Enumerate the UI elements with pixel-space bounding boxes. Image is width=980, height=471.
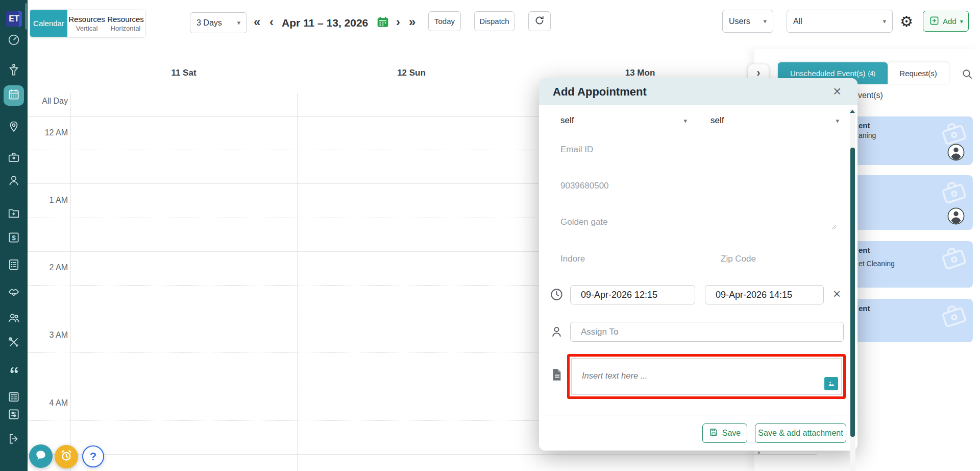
add-button-label: Add: [943, 17, 957, 26]
sidebar-item-calendar[interactable]: [4, 85, 24, 106]
today-button[interactable]: Today: [428, 11, 461, 31]
assignee-avatar[interactable]: [947, 144, 965, 161]
sidebar-item-reports[interactable]: [7, 390, 20, 404]
time-label: 2 AM: [27, 263, 68, 272]
app-root: ET $ Calendar Resources Vertical Resourc…: [0, 0, 980, 471]
time-label: 4 AM: [27, 398, 68, 408]
sidebar-item-team[interactable]: [7, 311, 20, 324]
chat-button[interactable]: [29, 444, 53, 468]
phone-field[interactable]: [560, 181, 836, 191]
assign-to-input[interactable]: [570, 322, 844, 342]
chevron-down-icon: ▾: [836, 117, 839, 125]
sidebar-item-jobs[interactable]: [7, 151, 20, 164]
sidebar-item-tools[interactable]: [7, 336, 20, 349]
search-icon[interactable]: [961, 68, 973, 82]
reminder-button[interactable]: [55, 445, 78, 468]
sidebar-item-dashboard[interactable]: [7, 33, 20, 46]
modal-scrollbar-thumb[interactable]: [850, 148, 855, 437]
notes-placeholder: Insert text here ...: [582, 371, 647, 381]
chat-bubble-icon: [34, 449, 47, 464]
event-title: ent: [859, 304, 870, 313]
range-select-value: 3 Days: [197, 18, 222, 28]
sidebar-item-files[interactable]: [7, 206, 20, 220]
start-datetime-input[interactable]: [570, 285, 695, 304]
save-button-label: Save: [722, 429, 741, 438]
dashboard-icon: [7, 33, 20, 46]
sidebar-item-lists[interactable]: [7, 258, 20, 271]
view-tabs: Calendar Resources Vertical Resources Ho…: [30, 10, 145, 37]
end-datetime-input[interactable]: [705, 285, 824, 304]
close-icon[interactable]: ×: [833, 84, 841, 100]
chevron-down-icon: ▾: [960, 18, 963, 25]
clear-datetime-icon[interactable]: ×: [833, 286, 841, 302]
sidebar-item-leads[interactable]: [7, 63, 20, 77]
select-value: self: [710, 115, 724, 126]
assignee-avatar[interactable]: [947, 207, 965, 225]
zip-field[interactable]: [721, 254, 823, 264]
prev-range-fast-button[interactable]: «: [254, 16, 260, 28]
modal-scrollbar[interactable]: [850, 109, 855, 471]
city-field[interactable]: [560, 254, 693, 264]
next-range-button[interactable]: ›: [396, 16, 400, 28]
map-pin-icon: [7, 120, 20, 133]
tab-resources-vertical[interactable]: Resources Vertical: [67, 10, 106, 37]
range-select[interactable]: 3 Days ▾: [190, 12, 247, 33]
email-field[interactable]: [560, 145, 836, 155]
refresh-button[interactable]: [528, 11, 551, 31]
help-question-label: ?: [90, 450, 96, 463]
sidebar-item-customer[interactable]: [7, 174, 20, 187]
resize-handle-icon[interactable]: [830, 223, 836, 232]
app-logo[interactable]: ET: [6, 11, 22, 27]
notes-editor[interactable]: Insert text here ...: [571, 358, 842, 395]
add-button[interactable]: Add ▾: [923, 11, 969, 32]
sidebar-item-deals[interactable]: [7, 286, 20, 299]
grid-hline: [28, 454, 754, 455]
reminder-clock-icon: [59, 449, 74, 465]
event-title: ent: [859, 246, 870, 254]
preferences-icon: [7, 408, 20, 421]
tab-resources-horizontal[interactable]: Resources Horizontal: [106, 10, 145, 37]
dispatch-button[interactable]: Dispatch: [474, 11, 514, 31]
filter-select[interactable]: All ▾: [787, 10, 893, 33]
settings-gear-icon[interactable]: ⚙: [900, 13, 913, 30]
all-day-label: All Day: [27, 97, 68, 106]
modal-header: Add Appointment ×: [539, 78, 857, 105]
day-header-sat: 11 Sat: [133, 68, 235, 78]
folder-add-icon: [7, 206, 20, 220]
save-button[interactable]: Save: [702, 423, 747, 443]
sidebar-item-payments[interactable]: $: [7, 231, 20, 244]
job-type-select[interactable]: self ▾: [710, 115, 839, 126]
sidebar-item-quotes[interactable]: [7, 364, 20, 377]
tab-requests[interactable]: Request(s): [888, 62, 949, 84]
reports-icon: [7, 390, 20, 404]
datepicker-calendar-icon[interactable]: [376, 15, 389, 29]
sidebar-scrollbar[interactable]: [25, 3, 27, 30]
tab-sublabel: Horizontal: [111, 25, 141, 32]
sidebar-item-map[interactable]: [7, 120, 20, 133]
sidebar: ET $: [0, 0, 28, 471]
sidebar-item-preferences[interactable]: [7, 408, 20, 421]
tab-calendar[interactable]: Calendar: [30, 10, 67, 37]
panel-hscrollbar[interactable]: [754, 454, 817, 455]
help-button[interactable]: ?: [82, 445, 104, 467]
event-subtitle: aning: [859, 131, 876, 139]
event-type-select[interactable]: self ▾: [560, 115, 687, 126]
svg-text:$: $: [12, 234, 16, 242]
chevron-down-icon: ▾: [763, 17, 767, 25]
day-header-mon: 13 Mon: [589, 68, 691, 78]
calendar-icon: [7, 88, 20, 103]
add-plus-icon: [929, 16, 939, 27]
insert-image-button[interactable]: [824, 377, 838, 390]
scroll-up-icon[interactable]: [850, 110, 855, 113]
users-select[interactable]: Users ▾: [722, 10, 773, 33]
next-range-fast-button[interactable]: »: [409, 16, 415, 28]
sidebar-item-logout[interactable]: [7, 432, 20, 445]
tab-sublabel: Vertical: [76, 25, 98, 32]
prev-range-button[interactable]: ‹: [270, 16, 274, 28]
save-add-attachment-button[interactable]: Save & add attachment: [755, 423, 846, 443]
briefcase-watermark-icon: [937, 298, 970, 332]
footer-divider: [539, 415, 857, 415]
tab-count: (4): [868, 70, 875, 77]
time-label: 1 AM: [27, 196, 68, 205]
address-field[interactable]: [560, 217, 836, 229]
